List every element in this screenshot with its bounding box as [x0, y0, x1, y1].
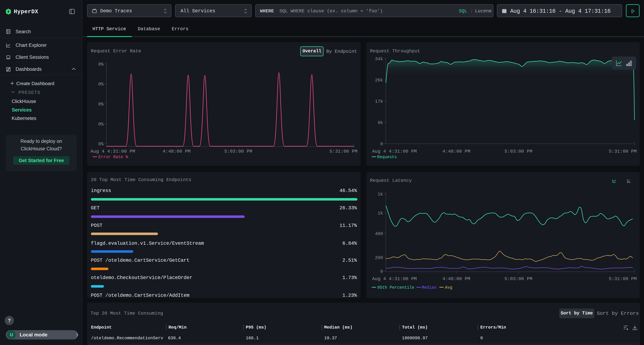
- svg-text:5:31:00 PM: 5:31:00 PM: [609, 276, 637, 282]
- svg-text:Aug 4 4:31:00 PM: Aug 4 4:31:00 PM: [372, 276, 417, 282]
- svg-text:Requests: Requests: [377, 155, 397, 159]
- svg-text:400: 400: [375, 231, 383, 237]
- svg-text:0%: 0%: [98, 122, 104, 127]
- svg-text:1k: 1k: [378, 192, 383, 197]
- svg-text:0: 0: [380, 142, 383, 147]
- svg-text:0%: 0%: [98, 142, 104, 147]
- svg-text:95th Percentile: 95th Percentile: [377, 285, 414, 290]
- svg-text:4:48:00 PM: 4:48:00 PM: [162, 149, 190, 154]
- svg-text:17k: 17k: [375, 99, 383, 104]
- svg-text:0%: 0%: [98, 82, 104, 87]
- svg-text:0: 0: [380, 269, 383, 274]
- svg-text:Aug 4 4:31:00 PM: Aug 4 4:31:00 PM: [372, 149, 417, 154]
- svg-text:Median: Median: [422, 285, 436, 290]
- svg-text:0%: 0%: [98, 62, 104, 67]
- svg-text:5:31:00 PM: 5:31:00 PM: [330, 149, 358, 154]
- svg-text:1k: 1k: [378, 211, 383, 216]
- svg-text:Aug 4 4:31:00 PM: Aug 4 4:31:00 PM: [90, 149, 135, 154]
- svg-text:200: 200: [375, 255, 383, 261]
- svg-text:5:03:00 PM: 5:03:00 PM: [504, 149, 532, 154]
- svg-text:5:03:00 PM: 5:03:00 PM: [224, 149, 252, 154]
- svg-text:0%: 0%: [98, 102, 104, 107]
- svg-text:26k: 26k: [375, 78, 383, 83]
- svg-text:5:31:00 PM: 5:31:00 PM: [609, 149, 637, 154]
- svg-text:5:03:00 PM: 5:03:00 PM: [504, 276, 532, 282]
- svg-text:Error Rate %: Error Rate %: [98, 155, 128, 159]
- svg-text:4:48:00 PM: 4:48:00 PM: [442, 276, 470, 282]
- svg-text:4:48:00 PM: 4:48:00 PM: [442, 149, 470, 154]
- svg-text:Avg: Avg: [445, 285, 452, 290]
- svg-text:34k: 34k: [375, 56, 383, 62]
- svg-text:9k: 9k: [378, 120, 383, 125]
